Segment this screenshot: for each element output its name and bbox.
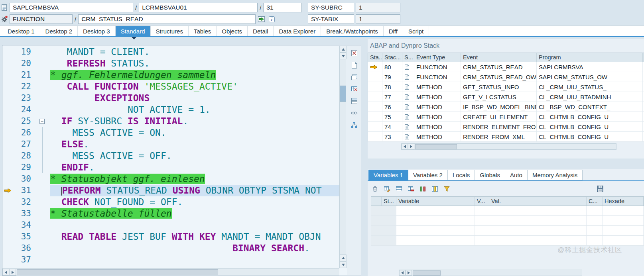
variables-horizontal-scrollbar[interactable] [399,270,582,276]
tab-structures[interactable]: Structures [151,26,189,36]
sort-columns-icon[interactable] [419,185,427,193]
variable-row-empty[interactable] [371,206,644,216]
tab-auto[interactable]: Auto [505,170,528,180]
variables-column-header-st[interactable]: St... [382,197,396,206]
stack-column-header-stac[interactable]: Stac... [382,53,402,62]
scroll-right-button[interactable] [406,270,412,276]
variables-column-header-variable[interactable]: Variable [396,197,475,206]
vertical-scroll-thumb[interactable] [340,86,346,102]
horizontal-scroll-thumb[interactable] [415,144,457,149]
tab-detail[interactable]: Detail [248,26,274,36]
line-number[interactable]: 35 [13,231,34,243]
tab-globals[interactable]: Globals [475,170,505,180]
code-line-21[interactable]: 21* ggf. Fehlermeldungen sammeln [2,69,339,81]
delete-icon[interactable] [371,185,379,193]
code-line-29[interactable]: 29 ENDIF. [2,162,339,173]
line-number-field[interactable]: 31 [263,3,302,12]
tab-diff[interactable]: Diff [384,26,403,36]
line-number[interactable]: 28 [13,150,34,162]
tab-data-explorer[interactable]: Data Explorer [274,26,321,36]
cascade-icon[interactable] [350,72,358,81]
line-number[interactable]: 32 [13,196,34,208]
stack-row-74[interactable]: 74METHODRENDER_ELEMENT_FROM_CL_CHTMLB_CO… [368,122,644,132]
scroll-left-button[interactable] [2,269,9,276]
code-line-33[interactable]: 33* Statustabelle füllen [2,208,339,219]
stack-row-80[interactable]: 80FUNCTIONCRM_STATUS_READSAPLCRMBSVA [368,62,644,72]
line-number[interactable]: 36 [13,243,34,254]
tab-variables-2[interactable]: Variables 2 [408,170,448,180]
line-number[interactable]: 26 [13,127,34,139]
code-line-20[interactable]: 20 REFRESH STATUS. [2,58,339,69]
tab-objects[interactable]: Objects [217,26,248,36]
line-number[interactable]: 25 [13,115,34,127]
table-export-icon[interactable] [350,84,358,93]
line-number[interactable]: 34 [13,219,34,231]
tab-break-watchpoints[interactable]: Break./Watchpoints [321,26,384,36]
tab-desktop-3[interactable]: Desktop 3 [78,26,116,36]
event-name-field[interactable]: CRM_STATUS_READ [78,14,256,24]
variable-row-empty[interactable] [371,226,644,236]
variable-row-empty[interactable] [371,236,644,246]
scroll-up-button[interactable] [340,46,347,53]
line-number[interactable]: 24 [13,104,34,115]
scroll-up-button[interactable] [340,254,347,261]
code-line-25[interactable]: 25– IF SY-SUBRC IS INITIAL. [2,115,339,127]
line-number[interactable]: 19 [13,46,34,58]
column-config-icon[interactable] [431,185,439,193]
editor-vertical-scrollbar[interactable] [339,46,347,268]
info-icon[interactable]: i [267,15,276,23]
tab-desktop-1[interactable]: Desktop 1 [2,26,40,36]
tab-tables[interactable]: Tables [189,26,217,36]
code-line-34[interactable]: 34 [2,219,339,231]
stack-column-header-event[interactable]: Event [461,53,537,62]
scroll-left-button[interactable] [402,144,408,149]
save-icon[interactable] [596,185,604,193]
code-line-28[interactable]: 28 MESS_ACTIVE = OFF. [2,150,339,162]
line-number[interactable]: 37 [13,254,34,266]
tab-memory-analysis[interactable]: Memory Analysis [528,170,583,180]
line-number[interactable]: 29 [13,162,34,173]
split-view-icon[interactable] [350,96,358,105]
filter-icon[interactable] [443,185,451,193]
code-line-35[interactable]: 35 READ TABLE JEST_BUF WITH KEY MANDT = … [2,231,339,243]
variables-column-header-val[interactable]: Val. [489,197,587,206]
link-icon[interactable] [350,108,358,117]
tab-desktop-2[interactable]: Desktop 2 [40,26,78,36]
line-number[interactable]: 20 [13,58,34,69]
stack-horizontal-scrollbar[interactable] [401,143,616,150]
stack-column-header-event-type[interactable]: Event Type [414,53,461,62]
variables-column-header-c[interactable]: C... [587,197,603,206]
scroll-down-button[interactable] [340,261,347,268]
editor-horizontal-scrollbar[interactable] [2,268,339,276]
tab-script[interactable]: Script [403,26,429,36]
code-line-36[interactable]: 36 BINARY SEARCH. [2,243,339,254]
new-page-icon[interactable] [350,61,358,69]
scroll-right-button[interactable] [9,269,16,276]
tab-locals[interactable]: Locals [448,170,475,180]
line-number[interactable]: 21 [13,69,34,81]
code-line-23[interactable]: 23 EXCEPTIONS [2,92,339,104]
gear-icon[interactable] [0,15,9,23]
delete-selection-icon[interactable] [407,185,415,193]
navigate-to-source-icon[interactable] [257,15,266,23]
code-line-32[interactable]: 32 CHECK NOT_FOUND = OFF. [2,196,339,208]
stack-column-header-sta[interactable]: Sta... [368,53,382,62]
tab-standard[interactable]: Standard [116,26,151,36]
code-line-24[interactable]: 24 NOT_ACTIVE = 1. [2,104,339,115]
stack-column-header-program[interactable]: Program [537,53,643,62]
scroll-left-button[interactable] [399,270,406,276]
table-settings-icon[interactable] [395,185,403,193]
stack-row-76[interactable]: 76METHODIF_BSP_WD_MODEL_BINDICL_BSP_WD_C… [368,102,644,112]
horizontal-scroll-thumb[interactable] [413,270,441,276]
tab-variables-1[interactable]: Variables 1 [368,170,408,180]
line-number[interactable]: 33 [13,208,34,219]
code-line-30[interactable]: 30* Statusobjekt ggf. einlesen [2,173,339,185]
horizontal-scroll-thumb[interactable] [17,269,218,275]
stack-row-77[interactable]: 77METHODGET_V_LCSTATUSCL_CRM_UIU_BTADMIN… [368,92,644,102]
stack-row-78[interactable]: 78METHODGET_STATUS_INFOCL_CRM_UIU_STATUS… [368,82,644,92]
code-line-37[interactable]: 37 [2,254,339,266]
include-field[interactable]: LCRMBSVAU01 [139,3,258,12]
code-line-22[interactable]: 22 CALL FUNCTION 'MESSAGES_ACTIVE' [2,81,339,92]
hierarchy-icon[interactable] [350,120,358,129]
stack-row-75[interactable]: 75METHODCREATE_UI_ELEMENTCL_CHTMLB_CONFI… [368,112,644,122]
